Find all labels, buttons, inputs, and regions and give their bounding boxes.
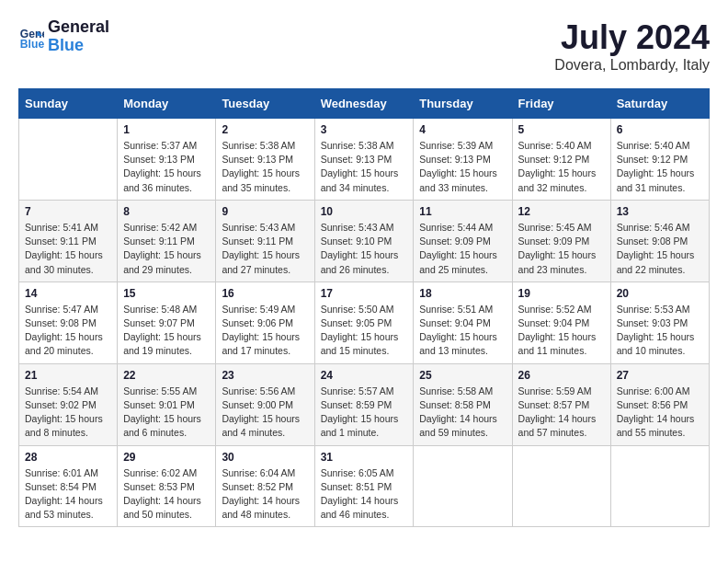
day-info: Sunrise: 5:42 AMSunset: 9:11 PMDaylight:…: [123, 221, 210, 277]
day-cell: 28Sunrise: 6:01 AMSunset: 8:54 PMDayligh…: [19, 445, 118, 527]
day-cell: 6Sunrise: 5:40 AMSunset: 9:12 PMDaylight…: [610, 119, 709, 201]
col-header-saturday: Saturday: [610, 89, 709, 119]
day-number: 30: [222, 451, 308, 464]
day-info: Sunrise: 5:44 AMSunset: 9:09 PMDaylight:…: [419, 221, 506, 277]
day-number: 24: [321, 369, 408, 382]
logo: General Blue General Blue: [18, 18, 109, 55]
day-cell: [610, 445, 709, 527]
day-number: 25: [419, 369, 506, 382]
day-cell: 9Sunrise: 5:43 AMSunset: 9:11 PMDaylight…: [216, 200, 314, 282]
col-header-sunday: Sunday: [19, 89, 118, 119]
day-number: 6: [617, 123, 703, 136]
week-row-1: 1Sunrise: 5:37 AMSunset: 9:13 PMDaylight…: [19, 119, 710, 201]
day-number: 15: [123, 287, 210, 300]
col-header-thursday: Thursday: [414, 89, 512, 119]
header-row: SundayMondayTuesdayWednesdayThursdayFrid…: [19, 89, 710, 119]
day-number: 12: [518, 205, 605, 218]
day-number: 10: [321, 205, 408, 218]
day-cell: 7Sunrise: 5:41 AMSunset: 9:11 PMDaylight…: [19, 200, 118, 282]
day-cell: 23Sunrise: 5:56 AMSunset: 9:00 PMDayligh…: [216, 363, 314, 445]
day-cell: 27Sunrise: 6:00 AMSunset: 8:56 PMDayligh…: [610, 363, 709, 445]
day-info: Sunrise: 5:49 AMSunset: 9:06 PMDaylight:…: [222, 303, 308, 359]
day-info: Sunrise: 6:01 AMSunset: 8:54 PMDaylight:…: [25, 466, 111, 523]
day-cell: 14Sunrise: 5:47 AMSunset: 9:08 PMDayligh…: [19, 282, 118, 363]
day-cell: [414, 445, 512, 527]
day-info: Sunrise: 5:52 AMSunset: 9:04 PMDaylight:…: [518, 303, 605, 359]
day-info: Sunrise: 5:48 AMSunset: 9:07 PMDaylight:…: [123, 303, 210, 359]
day-cell: 3Sunrise: 5:38 AMSunset: 9:13 PMDaylight…: [314, 119, 414, 201]
day-info: Sunrise: 5:58 AMSunset: 8:58 PMDaylight:…: [419, 385, 506, 441]
svg-text:Blue: Blue: [20, 38, 44, 50]
day-cell: 25Sunrise: 5:58 AMSunset: 8:58 PMDayligh…: [414, 363, 512, 445]
day-info: Sunrise: 5:43 AMSunset: 9:11 PMDaylight:…: [222, 221, 308, 277]
day-number: 22: [123, 369, 210, 382]
day-info: Sunrise: 5:55 AMSunset: 9:01 PMDaylight:…: [123, 385, 210, 441]
day-cell: 22Sunrise: 5:55 AMSunset: 9:01 PMDayligh…: [118, 363, 216, 445]
day-number: 14: [25, 287, 111, 300]
day-number: 17: [321, 287, 408, 300]
day-number: 13: [617, 205, 703, 218]
col-header-tuesday: Tuesday: [216, 89, 314, 119]
day-info: Sunrise: 5:40 AMSunset: 9:12 PMDaylight:…: [518, 139, 605, 195]
day-cell: 29Sunrise: 6:02 AMSunset: 8:53 PMDayligh…: [118, 445, 216, 527]
day-cell: 15Sunrise: 5:48 AMSunset: 9:07 PMDayligh…: [118, 282, 216, 363]
calendar-table: SundayMondayTuesdayWednesdayThursdayFrid…: [18, 88, 710, 527]
day-number: 9: [222, 205, 308, 218]
day-info: Sunrise: 5:47 AMSunset: 9:08 PMDaylight:…: [25, 303, 111, 359]
day-number: 11: [419, 205, 506, 218]
day-number: 1: [123, 123, 210, 136]
day-cell: 12Sunrise: 5:45 AMSunset: 9:09 PMDayligh…: [512, 200, 610, 282]
day-number: 19: [518, 287, 605, 300]
day-number: 21: [25, 369, 111, 382]
day-cell: 30Sunrise: 6:04 AMSunset: 8:52 PMDayligh…: [216, 445, 314, 527]
day-info: Sunrise: 6:00 AMSunset: 8:56 PMDaylight:…: [617, 385, 703, 441]
day-cell: 19Sunrise: 5:52 AMSunset: 9:04 PMDayligh…: [512, 282, 610, 363]
day-info: Sunrise: 5:54 AMSunset: 9:02 PMDaylight:…: [25, 385, 111, 441]
col-header-wednesday: Wednesday: [314, 89, 414, 119]
day-number: 18: [419, 287, 506, 300]
day-info: Sunrise: 5:37 AMSunset: 9:13 PMDaylight:…: [123, 139, 210, 195]
day-cell: 21Sunrise: 5:54 AMSunset: 9:02 PMDayligh…: [19, 363, 118, 445]
day-cell: [512, 445, 610, 527]
day-info: Sunrise: 5:38 AMSunset: 9:13 PMDaylight:…: [321, 139, 408, 195]
day-number: 3: [321, 123, 408, 136]
day-cell: 5Sunrise: 5:40 AMSunset: 9:12 PMDaylight…: [512, 119, 610, 201]
day-info: Sunrise: 6:05 AMSunset: 8:51 PMDaylight:…: [321, 466, 408, 523]
day-number: 2: [222, 123, 308, 136]
day-number: 4: [419, 123, 506, 136]
day-number: 26: [518, 369, 605, 382]
day-number: 29: [123, 451, 210, 464]
day-cell: 18Sunrise: 5:51 AMSunset: 9:04 PMDayligh…: [414, 282, 512, 363]
day-cell: 8Sunrise: 5:42 AMSunset: 9:11 PMDaylight…: [118, 200, 216, 282]
day-number: 20: [617, 287, 703, 300]
week-row-2: 7Sunrise: 5:41 AMSunset: 9:11 PMDaylight…: [19, 200, 710, 282]
week-row-3: 14Sunrise: 5:47 AMSunset: 9:08 PMDayligh…: [19, 282, 710, 363]
day-info: Sunrise: 5:39 AMSunset: 9:13 PMDaylight:…: [419, 139, 506, 195]
day-cell: 16Sunrise: 5:49 AMSunset: 9:06 PMDayligh…: [216, 282, 314, 363]
day-cell: 2Sunrise: 5:38 AMSunset: 9:13 PMDaylight…: [216, 119, 314, 201]
day-number: 31: [321, 451, 408, 464]
day-info: Sunrise: 5:51 AMSunset: 9:04 PMDaylight:…: [419, 303, 506, 359]
day-number: 7: [25, 205, 111, 218]
col-header-friday: Friday: [512, 89, 610, 119]
day-number: 27: [617, 369, 703, 382]
day-info: Sunrise: 5:56 AMSunset: 9:00 PMDaylight:…: [222, 385, 308, 441]
day-number: 5: [518, 123, 605, 136]
day-cell: 10Sunrise: 5:43 AMSunset: 9:10 PMDayligh…: [314, 200, 414, 282]
day-cell: 4Sunrise: 5:39 AMSunset: 9:13 PMDaylight…: [414, 119, 512, 201]
day-cell: 17Sunrise: 5:50 AMSunset: 9:05 PMDayligh…: [314, 282, 414, 363]
day-info: Sunrise: 5:46 AMSunset: 9:08 PMDaylight:…: [617, 221, 703, 277]
page-header: General Blue General Blue July 2024 Dove…: [18, 18, 710, 74]
day-cell: 1Sunrise: 5:37 AMSunset: 9:13 PMDaylight…: [118, 119, 216, 201]
day-info: Sunrise: 5:59 AMSunset: 8:57 PMDaylight:…: [518, 385, 605, 441]
day-info: Sunrise: 6:04 AMSunset: 8:52 PMDaylight:…: [222, 466, 308, 523]
day-cell: 24Sunrise: 5:57 AMSunset: 8:59 PMDayligh…: [314, 363, 414, 445]
month-year: July 2024: [554, 18, 710, 57]
location: Dovera, Lombardy, Italy: [554, 57, 710, 74]
day-info: Sunrise: 5:57 AMSunset: 8:59 PMDaylight:…: [321, 385, 408, 441]
day-cell: 11Sunrise: 5:44 AMSunset: 9:09 PMDayligh…: [414, 200, 512, 282]
title-area: July 2024 Dovera, Lombardy, Italy: [554, 18, 710, 74]
day-number: 8: [123, 205, 210, 218]
day-info: Sunrise: 5:43 AMSunset: 9:10 PMDaylight:…: [321, 221, 408, 277]
day-info: Sunrise: 6:02 AMSunset: 8:53 PMDaylight:…: [123, 466, 210, 523]
